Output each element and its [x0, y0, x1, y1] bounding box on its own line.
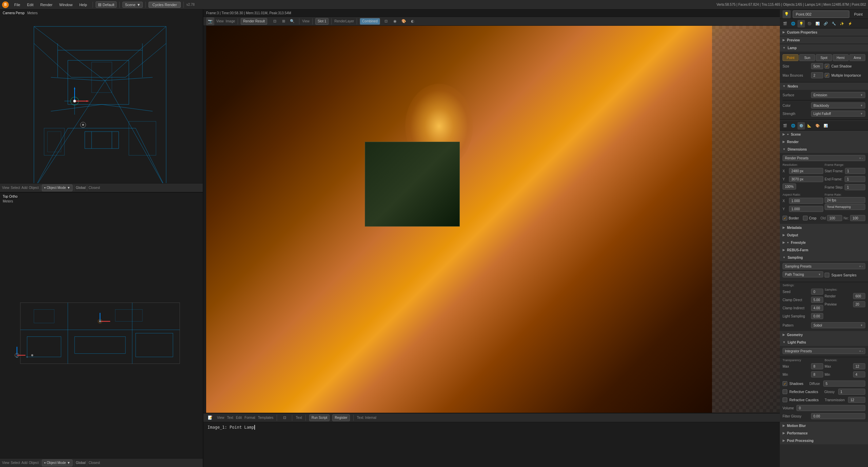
templates-menu[interactable]: Templates — [258, 416, 274, 420]
render-tool-1[interactable]: ⊡ — [382, 17, 390, 25]
integrator-remove[interactable]: - — [862, 349, 863, 353]
cast-shadow-checkbox[interactable] — [825, 64, 829, 69]
dimensions-section-header[interactable]: ▼ Dimensions — [780, 145, 868, 153]
preview-samples-value[interactable]: 20 — [853, 301, 865, 307]
post-processing-header[interactable]: ▶ Post Processing — [780, 437, 868, 444]
lamp-type-point[interactable]: Point — [783, 54, 798, 61]
menu-render[interactable]: Render — [38, 2, 55, 7]
menu-help[interactable]: Help — [77, 2, 90, 7]
select-label[interactable]: Select — [11, 186, 20, 190]
render-icon-2[interactable]: 🌐 — [789, 122, 797, 130]
render-tool-4[interactable]: ◐ — [409, 17, 417, 25]
strength-dropdown[interactable]: Light Falloff ▼ — [811, 111, 865, 117]
view-menu[interactable]: View — [216, 19, 224, 23]
render-icon-4[interactable]: 📐 — [806, 122, 813, 130]
menu-window[interactable]: Window — [57, 2, 75, 7]
global-label[interactable]: Global — [76, 186, 85, 190]
border-checkbox[interactable] — [783, 216, 787, 220]
filter-glossy-value[interactable]: 0.00 — [811, 413, 865, 419]
object-mode-btn-bottom[interactable]: ● Object Mode ▼ — [42, 460, 73, 466]
presets-remove[interactable]: - — [862, 156, 863, 160]
res-pct-value[interactable]: 100% — [783, 183, 796, 190]
transmission-value[interactable]: 12 — [848, 397, 865, 403]
scene-section-header[interactable]: ▶ ● Scene — [780, 131, 868, 138]
surface-dropdown[interactable]: Emission ▼ — [811, 92, 865, 98]
constraint-props-icon[interactable]: 🔗 — [822, 20, 829, 27]
lamp-type-spot[interactable]: Spot — [816, 54, 832, 61]
scene-selector[interactable]: Scene ▼ — [122, 2, 143, 8]
render-section-header[interactable]: ▶ Render — [780, 138, 868, 145]
physics-icon[interactable]: ⚡ — [846, 20, 854, 27]
aspect-y-value[interactable]: 1.000 — [789, 206, 823, 212]
integrator-presets-dropdown[interactable]: Integrator Presets + - — [783, 348, 865, 354]
render-tool-2[interactable]: ◉ — [391, 17, 399, 25]
max-bounces-value[interactable]: 2 — [811, 72, 823, 78]
render-icon-1[interactable]: 🎬 — [781, 122, 789, 130]
lamp-icon[interactable]: 💡 — [783, 10, 791, 18]
scene-props-icon[interactable]: 🌐 — [789, 20, 797, 27]
tonal-remapping-value[interactable]: Tonal Remapping — [825, 204, 865, 210]
select-label-bottom[interactable]: Select — [11, 461, 20, 465]
res-y-value[interactable]: 3070 px — [789, 176, 823, 182]
lamp-header[interactable]: ▼ Lamp — [780, 44, 868, 52]
viewport-top[interactable]: Top Ortho Meters — [0, 193, 203, 467]
render-presets-dropdown[interactable]: Render Presets + - — [783, 155, 865, 161]
color-dropdown[interactable]: Blackbody ▼ — [811, 102, 865, 109]
integrator-add[interactable]: + — [859, 349, 861, 353]
clamp-indirect-value[interactable]: 4.00 — [811, 305, 823, 311]
lamp-type-sun[interactable]: Sun — [799, 54, 815, 61]
size-value[interactable]: 5cm — [811, 63, 823, 69]
new-value[interactable]: 100 — [850, 215, 865, 221]
view-label[interactable]: View — [2, 186, 9, 190]
render-props-icon[interactable]: 🎬 — [781, 20, 789, 27]
text-editor-icon[interactable]: 📝 — [206, 414, 214, 422]
preview-header[interactable]: ▶ Preview — [780, 36, 868, 44]
run-script-btn[interactable]: Run Script — [309, 414, 330, 421]
combined-btn[interactable]: Combined — [360, 18, 380, 25]
modifier-props-icon[interactable]: 🔧 — [830, 20, 837, 27]
sampling-header[interactable]: ▼ Sampling — [780, 254, 868, 261]
trans-max-value[interactable]: 8 — [811, 363, 823, 369]
sampling-presets-remove[interactable]: - — [862, 265, 863, 268]
data-props-icon[interactable]: 📊 — [814, 20, 821, 27]
render-samples-value[interactable]: 600 — [853, 293, 865, 299]
shadows-checkbox[interactable] — [783, 381, 787, 386]
text-menu[interactable]: Text — [227, 416, 233, 420]
lamp-type-hemi[interactable]: Hemi — [833, 54, 849, 61]
object-mode-btn[interactable]: ● Object Mode ▼ — [42, 184, 73, 191]
object-label-bottom[interactable]: Object — [29, 461, 39, 465]
light-sampling-value[interactable]: 0.00 — [811, 313, 823, 319]
square-samples-checkbox[interactable] — [825, 273, 829, 277]
geometry-header[interactable]: ▶ Geometry — [780, 331, 868, 338]
slot-btn[interactable]: Slot 1 — [315, 18, 329, 25]
bounces-max-value[interactable]: 12 — [853, 363, 865, 369]
edit-menu[interactable]: Edit — [236, 416, 242, 420]
render-icon-3[interactable]: ⚙️ — [797, 122, 805, 130]
text-mode-icon[interactable]: ⊡ — [280, 414, 289, 422]
refractive-caustics-checkbox[interactable] — [783, 397, 787, 402]
sampling-presets-add[interactable]: + — [859, 265, 861, 268]
clamp-direct-value[interactable]: 5.00 — [811, 297, 823, 303]
old-value[interactable]: 100 — [827, 215, 842, 221]
presets-add[interactable]: + — [859, 156, 861, 160]
light-paths-header[interactable]: ▼ Light Paths — [780, 338, 868, 346]
render-result-btn[interactable]: Render Result — [241, 18, 267, 25]
freestyle-header[interactable]: ▶ ● Freestyle — [780, 239, 868, 246]
end-frame-value[interactable]: 1 — [845, 176, 865, 182]
particles-icon[interactable]: ✨ — [838, 20, 846, 27]
engine-selector[interactable]: Cycles Render — [149, 2, 180, 8]
view-menu-2[interactable]: View — [302, 19, 310, 23]
lamp-type-area[interactable]: Area — [849, 54, 865, 61]
render-ctrl-1[interactable]: ⊡ — [271, 17, 279, 25]
object-name-field[interactable]: Point.002 — [793, 11, 849, 18]
format-menu[interactable]: Format — [244, 416, 255, 420]
render-tool-3[interactable]: 🎨 — [400, 17, 408, 25]
register-btn[interactable]: Register — [332, 414, 350, 421]
crop-checkbox[interactable] — [803, 216, 808, 220]
closest-bottom[interactable]: Closest — [88, 461, 100, 465]
closest-label[interactable]: Closest — [88, 186, 100, 190]
pattern-dropdown[interactable]: Sobol ▼ — [811, 322, 865, 328]
performance-header[interactable]: ▶ Performance — [780, 429, 868, 437]
glossy-value[interactable]: 1 — [838, 389, 865, 395]
image-menu[interactable]: Image — [226, 19, 235, 23]
